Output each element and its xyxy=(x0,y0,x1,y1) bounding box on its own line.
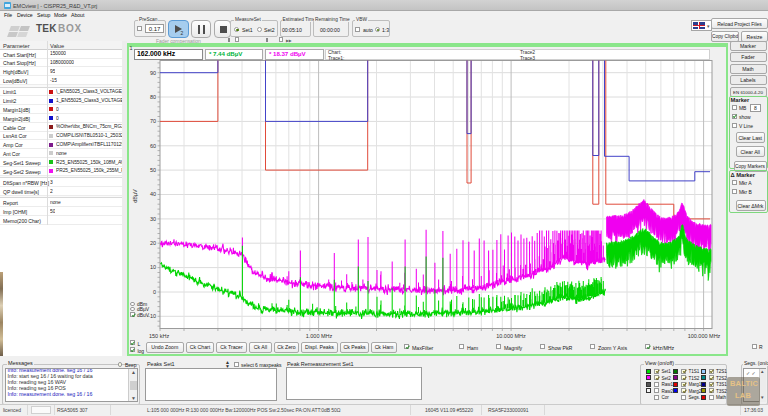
svg-text:70: 70 xyxy=(150,118,156,124)
svg-text:100.000 MHz: 100.000 MHz xyxy=(688,333,721,339)
svg-text:80: 80 xyxy=(150,94,156,100)
svg-text:dBµV: dBµV xyxy=(132,189,138,203)
svg-text:-10: -10 xyxy=(148,313,156,319)
svg-text:50: 50 xyxy=(150,167,156,173)
svg-text:0: 0 xyxy=(153,289,156,295)
svg-text:30: 30 xyxy=(150,216,156,222)
svg-text:40: 40 xyxy=(150,191,156,197)
svg-text:20: 20 xyxy=(150,240,156,246)
svg-text:60: 60 xyxy=(150,143,156,149)
svg-text:90: 90 xyxy=(150,70,156,76)
svg-text:10: 10 xyxy=(150,264,156,270)
svg-text:150 kHz: 150 kHz xyxy=(149,333,169,339)
svg-text:10.000 MHz: 10.000 MHz xyxy=(496,333,526,339)
svg-text:1.000 MHz: 1.000 MHz xyxy=(306,333,333,339)
